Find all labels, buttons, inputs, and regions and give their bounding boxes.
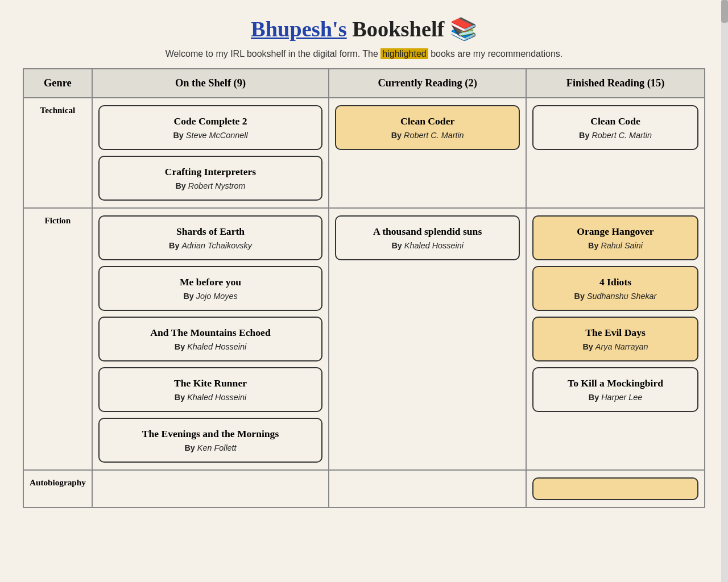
book-card: And The Mountains EchoedBy Khaled Hossei… [98, 317, 323, 361]
book-title: The Kite Runner [107, 377, 314, 389]
author-name: Khaled Hosseini [404, 241, 464, 250]
author-name: Steve McConnell [186, 131, 248, 140]
by-label: By [582, 342, 595, 351]
genre-cell-fiction: Fiction [23, 208, 92, 470]
book-title: Shards of Earth [107, 226, 314, 238]
by-label: By [579, 131, 592, 140]
book-title: A thousand splendid suns [344, 226, 511, 238]
author-name: Robert Nystrom [188, 181, 246, 190]
book-title: Me before you [107, 276, 314, 288]
book-card: Orange HangoverBy Rahul Saini [532, 215, 698, 260]
scrollbar-thumb[interactable] [721, 0, 728, 23]
scrollbar[interactable] [721, 0, 728, 582]
book-author: By Robert Nystrom [107, 181, 314, 190]
by-label: By [588, 241, 601, 250]
book-card: 4 IdiotsBy Sudhanshu Shekar [532, 266, 698, 311]
finished-cell-technical: Clean CodeBy Robert C. Martin [526, 98, 705, 208]
author-name: Sudhanshu Shekar [587, 292, 656, 301]
by-label: By [391, 241, 404, 250]
reading-cell-technical: Clean CoderBy Robert C. Martin [329, 98, 526, 208]
by-label: By [173, 131, 185, 140]
book-author: By Jojo Moyes [107, 292, 314, 301]
book-author: By Arya Narrayan [541, 342, 689, 351]
author-name: Khaled Hosseini [187, 393, 246, 402]
book-author: By Steve McConnell [107, 131, 314, 140]
reading-cell-autobiography [329, 470, 526, 508]
author-name: Harper Lee [601, 393, 642, 402]
book-title: Orange Hangover [541, 226, 689, 238]
book-card: The Kite RunnerBy Khaled Hosseini [98, 367, 323, 412]
title-underline: Bhupesh's [251, 17, 347, 41]
author-name: Ken Follett [197, 443, 237, 452]
book-title: Clean Code [541, 115, 689, 127]
shelf-cell-technical: Code Complete 2By Steve McConnellCraftin… [92, 98, 329, 208]
book-author: By Adrian Tchaikovsky [107, 241, 314, 250]
book-title: Crafting Interpreters [107, 166, 314, 178]
book-card: A thousand splendid sunsBy Khaled Hossei… [335, 215, 520, 260]
book-card: Me before youBy Jojo Moyes [98, 266, 323, 311]
book-title: The Evil Days [541, 327, 689, 339]
subtitle-before: Welcome to my IRL bookshelf in the digit… [166, 49, 381, 59]
by-label: By [574, 292, 587, 301]
book-author: By Khaled Hosseini [107, 342, 314, 351]
author-name: Jojo Moyes [196, 292, 238, 301]
col-finished: Finished Reading (15) [526, 69, 705, 98]
by-label: By [175, 342, 187, 351]
shelf-cell-fiction: Shards of EarthBy Adrian TchaikovskyMe b… [92, 208, 329, 470]
subtitle: Welcome to my IRL bookshelf in the digit… [11, 49, 717, 59]
author-name: Khaled Hosseini [187, 342, 246, 351]
by-label: By [175, 393, 187, 402]
book-card-partial [532, 477, 698, 500]
book-author: By Khaled Hosseini [107, 393, 314, 402]
col-shelf: On the Shelf (9) [92, 69, 329, 98]
author-name: Arya Narrayan [595, 342, 648, 351]
by-label: By [175, 181, 188, 190]
book-card: To Kill a MockingbirdBy Harper Lee [532, 367, 698, 412]
book-card: Crafting InterpretersBy Robert Nystrom [98, 156, 323, 201]
reading-cell-fiction: A thousand splendid sunsBy Khaled Hossei… [329, 208, 526, 470]
col-genre: Genre [23, 69, 92, 98]
by-label: By [184, 443, 197, 452]
book-author: By Harper Lee [541, 393, 689, 402]
author-name: Robert C. Martin [592, 131, 652, 140]
book-card: The Evil DaysBy Arya Narrayan [532, 317, 698, 361]
page-header: Bhupesh's Bookshelf 📚 Welcome to my IRL … [0, 0, 728, 68]
book-title: Clean Coder [344, 115, 511, 127]
page-title: Bhupesh's Bookshelf 📚 [11, 16, 717, 42]
author-name: Adrian Tchaikovsky [181, 241, 251, 250]
author-name: Robert C. Martin [404, 131, 464, 140]
author-name: Rahul Saini [601, 241, 643, 250]
col-reading: Currently Reading (2) [329, 69, 526, 98]
by-label: By [183, 292, 196, 301]
book-author: By Robert C. Martin [541, 131, 689, 140]
finished-cell-autobiography [526, 470, 705, 508]
book-author: By Robert C. Martin [344, 131, 511, 140]
book-card: Shards of EarthBy Adrian Tchaikovsky [98, 215, 323, 260]
by-label: By [391, 131, 404, 140]
title-rest: Bookshelf 📚 [347, 17, 477, 41]
highlighted-label: highlighted [380, 48, 428, 59]
book-author: By Rahul Saini [541, 241, 689, 250]
bookshelf-table: Genre On the Shelf (9) Currently Reading… [23, 68, 705, 508]
genre-cell-technical: Technical [23, 98, 92, 208]
book-card: Clean CoderBy Robert C. Martin [335, 105, 520, 150]
by-label: By [169, 241, 181, 250]
by-label: By [589, 393, 601, 402]
book-title: 4 Idiots [541, 276, 689, 288]
book-card: The Evenings and the MorningsBy Ken Foll… [98, 418, 323, 463]
genre-cell-autobiography: Autobiography [23, 470, 92, 508]
book-title: And The Mountains Echoed [107, 327, 314, 339]
shelf-cell-autobiography [92, 470, 329, 508]
book-author: By Ken Follett [107, 443, 314, 452]
book-author: By Sudhanshu Shekar [541, 292, 689, 301]
book-title: To Kill a Mockingbird [541, 377, 689, 389]
book-author: By Khaled Hosseini [344, 241, 511, 250]
book-title: Code Complete 2 [107, 115, 314, 127]
book-card: Code Complete 2By Steve McConnell [98, 105, 323, 150]
book-title: The Evenings and the Mornings [107, 428, 314, 440]
finished-cell-fiction: Orange HangoverBy Rahul Saini4 IdiotsBy … [526, 208, 705, 470]
book-card: Clean CodeBy Robert C. Martin [532, 105, 698, 150]
subtitle-after: books are my recommendations. [428, 49, 563, 59]
